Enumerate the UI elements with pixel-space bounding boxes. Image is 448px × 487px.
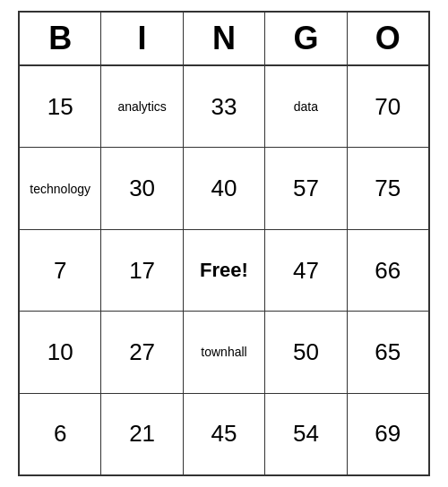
bingo-cell: 15 — [20, 66, 101, 147]
bingo-cell: 27 — [101, 312, 183, 392]
bingo-cell: data — [265, 66, 347, 147]
bingo-cell: 45 — [184, 394, 265, 474]
bingo-cell: technology — [20, 148, 101, 228]
bingo-row: 621455469 — [20, 394, 428, 474]
bingo-body: 15analytics33data70technology30405775717… — [20, 66, 428, 474]
bingo-cell: 54 — [265, 394, 347, 474]
bingo-cell: 70 — [348, 66, 428, 147]
bingo-row: technology30405775 — [20, 148, 428, 229]
bingo-cell: 75 — [348, 148, 428, 228]
bingo-cell: 17 — [101, 230, 183, 311]
bingo-cell: 7 — [20, 230, 101, 311]
bingo-cell: 6 — [20, 394, 101, 474]
bingo-cell: 33 — [184, 66, 265, 147]
bingo-cell: 50 — [265, 312, 347, 392]
bingo-cell: 21 — [101, 394, 183, 474]
bingo-card: BINGO 15analytics33data70technology30405… — [18, 11, 430, 476]
header-letter: G — [265, 13, 347, 66]
bingo-cell: 69 — [348, 394, 428, 474]
bingo-cell: 40 — [184, 148, 265, 228]
bingo-cell: 57 — [265, 148, 347, 228]
bingo-cell: 10 — [20, 312, 101, 392]
bingo-cell: townhall — [184, 312, 265, 392]
header-letter: I — [101, 13, 183, 66]
bingo-row: 15analytics33data70 — [20, 66, 428, 148]
bingo-cell: 66 — [348, 230, 428, 311]
header-letter: B — [20, 13, 101, 66]
bingo-row: 1027townhall5065 — [20, 312, 428, 393]
bingo-cell: 47 — [265, 230, 347, 311]
header-letter: N — [184, 13, 265, 66]
bingo-cell: Free! — [184, 230, 265, 311]
bingo-header: BINGO — [20, 13, 428, 66]
bingo-cell: analytics — [101, 66, 183, 147]
bingo-row: 717Free!4766 — [20, 230, 428, 312]
bingo-cell: 30 — [101, 148, 183, 228]
bingo-cell: 65 — [348, 312, 428, 392]
header-letter: O — [348, 13, 428, 66]
